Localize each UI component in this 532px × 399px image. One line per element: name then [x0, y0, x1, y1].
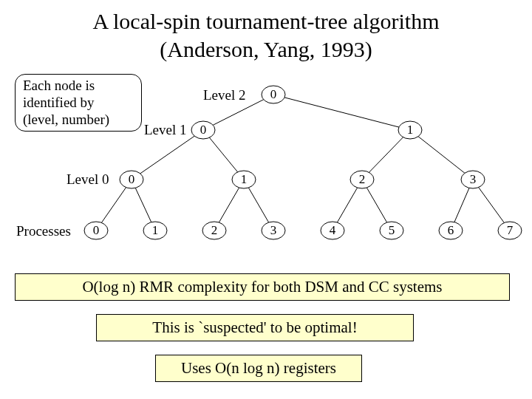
num-L0-3: 3 — [470, 172, 477, 186]
num-P-3: 3 — [270, 223, 277, 237]
num-L1-1: 1 — [407, 123, 414, 137]
svg-line-5 — [410, 130, 473, 180]
banner-complexity: O(log n) RMR complexity for both DSM and… — [15, 273, 510, 301]
num-P-0: 0 — [93, 223, 100, 237]
svg-line-2 — [132, 130, 203, 180]
num-P-7: 7 — [507, 223, 514, 237]
banner-registers: Uses O(n log n) registers — [155, 355, 362, 382]
num-L0-2: 2 — [359, 172, 366, 186]
num-L2-0: 0 — [270, 87, 277, 101]
num-P-5: 5 — [389, 223, 395, 237]
svg-line-0 — [203, 95, 273, 130]
num-P-1: 1 — [152, 223, 159, 237]
num-L1-0: 0 — [200, 123, 207, 137]
svg-line-1 — [273, 95, 410, 130]
num-P-6: 6 — [448, 223, 454, 237]
num-L0-0: 0 — [129, 172, 135, 186]
num-L0-1: 1 — [241, 172, 248, 186]
banner-optimal: This is `suspected' to be optimal! — [96, 314, 414, 341]
num-P-2: 2 — [211, 223, 218, 237]
num-P-4: 4 — [330, 223, 336, 237]
